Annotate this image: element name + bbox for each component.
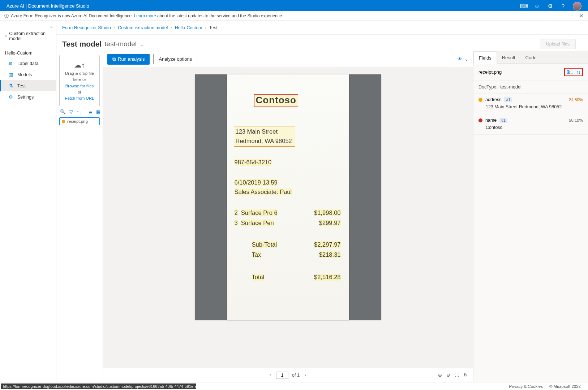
document-image: Contoso 123 Main Street Redmond, WA 9805… [195,74,381,320]
chevron-down-icon: ⌄ [464,56,468,62]
download-results-icon[interactable]: 🗎↓ [566,69,574,75]
chevron-down-icon: ⌄ [140,42,143,47]
document-viewer[interactable]: Contoso 123 Main Street Redmond, WA 9805… [103,67,473,368]
results-actions: 🗎↓ ↑↓ [564,68,583,76]
field-confidence: 24.80% [569,98,583,102]
sidebar: « ≡ Custom extraction model Hello-Custom… [0,21,56,382]
rotate-icon[interactable]: ↻ [464,372,468,378]
field-index-badge: #1 [499,118,507,123]
next-page-icon[interactable]: › [303,373,308,378]
results-panel: Fields Result Code receipt.png 🗎↓ ↑↓ Doc… [473,51,588,382]
field-confidence: 58.10% [569,118,583,122]
tab-fields[interactable]: Fields [473,51,497,64]
list-view-icon[interactable]: ≣ [89,109,93,114]
field-address[interactable]: address #1 24.80% 123 Main Street Redmon… [473,94,588,114]
app-title: Azure AI | Document Intelligence Studio [7,3,521,9]
run-analysis-button[interactable]: ⧉ Run analysis [107,54,150,65]
sidebar-item-models[interactable]: ▥ Models [0,69,56,80]
status-bar-url: https://formrecognizer-dogfood.appliedai… [1,384,196,389]
settings-icon[interactable]: ⚙ [547,3,553,9]
page-header: Test model test-model ⌄ Upload files [56,35,588,51]
fetch-url-link[interactable]: Fetch from URL [62,95,97,101]
field-name: name [485,118,497,123]
upload-files-button: Upload files [540,39,576,49]
settings-nav-icon: ⚙ [9,94,14,100]
copyright: © Microsoft 2022 [549,384,581,389]
highlight-address: 123 Main Street Redmond, WA 98052 [234,126,295,147]
analyze-options-button[interactable]: Analyze options [153,54,197,64]
zoom-out-icon[interactable]: ⊖ [446,372,450,378]
scan-icon: ⧉ [112,56,116,62]
ocr-phone: 987-654-3210 [235,159,272,166]
page-title: Test model [62,40,102,48]
layer-visibility-control[interactable]: 👁 ⌄ [458,56,468,62]
model-selector[interactable]: test-model ⌄ [104,40,143,48]
help-icon[interactable]: ? [560,3,566,9]
topbar-actions: ⌨ ☺ ⚙ ? [521,2,581,10]
sort-results-icon[interactable]: ↑↓ [576,69,581,75]
zoom-controls: ⊕ ⊖ ⛶ ↻ [438,372,468,378]
dropzone[interactable]: ☁↑ Drag & drop file here or Browse for f… [59,55,100,106]
info-icon: ⓘ [4,13,9,19]
browse-files-link[interactable]: Browse for files [62,83,97,89]
field-value: Contoso [478,123,583,131]
canvas-toolbar: ⧉ Run analysis Analyze options 👁 ⌄ [103,51,473,67]
file-status-dot-icon [62,120,65,123]
filter-icon[interactable]: ▽ [69,109,73,114]
close-icon[interactable]: ✕ [579,13,584,19]
upload-cloud-icon: ☁↑ [62,60,97,70]
zoom-in-icon[interactable]: ⊕ [438,372,442,378]
crumb-studio[interactable]: Form Recognizer Studio [62,25,111,30]
file-item[interactable]: receipt.png [59,117,100,125]
file-panel: ☁↑ Drag & drop file here or Browse for f… [56,51,103,382]
sidebar-item-label-data[interactable]: 🗎 Label data [0,58,56,69]
crumb-project[interactable]: Hello-Custom [175,25,202,30]
field-value: 123 Main Street Redmond, WA 98052 [478,102,583,110]
field-name-field[interactable]: name #1 58.10% Contoso [473,114,588,135]
model-type-icon: ≡ [4,34,7,39]
prev-page-icon[interactable]: ‹ [268,373,272,378]
canvas-footer: ‹ of 1 › ⊕ ⊖ ⛶ ↻ [103,368,473,382]
tab-code[interactable]: Code [520,51,542,63]
fit-icon[interactable]: ⛶ [455,372,459,378]
doctype-value: test-model [500,84,521,90]
canvas-area: ⧉ Run analysis Analyze options 👁 ⌄ Conto… [103,51,473,382]
page-input[interactable] [276,372,288,379]
breadcrumb: Form Recognizer Studio› Custom extractio… [56,21,588,35]
feedback-icon[interactable]: ☺ [534,3,540,9]
privacy-link[interactable]: Privacy & Cookies [509,384,543,389]
content: Form Recognizer Studio› Custom extractio… [56,21,588,382]
crumb-model-type[interactable]: Custom extraction model [118,25,168,30]
ocr-associate: Sales Associate: Paul [235,188,292,195]
models-icon: ▥ [9,72,14,77]
highlight-name: Contoso [254,94,298,107]
sort-icon[interactable]: ↑↓ [77,109,81,114]
notice-text-post: about the latest updates to the service … [157,13,283,18]
results-tabs: Fields Result Code [473,51,588,64]
notice-text-pre: Azure Form Recognizer is now Azure AI Do… [11,13,133,18]
results-file-name: receipt.png [478,69,502,75]
avatar[interactable] [573,2,581,10]
search-icon[interactable]: 🔍 [60,109,66,114]
eye-icon: 👁 [458,56,462,62]
field-color-dot-icon [478,98,482,102]
notice-bar: ⓘ Azure Form Recognizer is now Azure AI … [0,11,588,21]
doctype-row: DocType: test-model [473,81,588,94]
page-of-label: of 1 [292,373,300,378]
field-color-dot-icon [478,118,482,122]
field-name: address [485,97,501,102]
field-index-badge: #1 [504,97,512,102]
sidebar-item-settings[interactable]: ⚙ Settings [0,91,56,103]
keyboard-icon[interactable]: ⌨ [521,3,527,9]
test-icon: ⚗ [9,83,14,88]
sidebar-section-title: ≡ Custom extraction model [0,29,56,43]
notice-learn-more-link[interactable]: Learn more [134,13,156,18]
sidebar-item-test[interactable]: ⚗ Test [0,80,56,91]
project-name: Hello-Custom [0,47,56,58]
top-bar: Azure AI | Document Intelligence Studio … [0,0,588,11]
collapse-sidebar-icon[interactable]: « [0,25,56,29]
grid-view-icon[interactable]: ▦ [96,109,100,114]
results-file-row: receipt.png 🗎↓ ↑↓ [473,64,588,81]
tab-result[interactable]: Result [497,51,520,63]
crumb-current: Test [209,25,218,30]
